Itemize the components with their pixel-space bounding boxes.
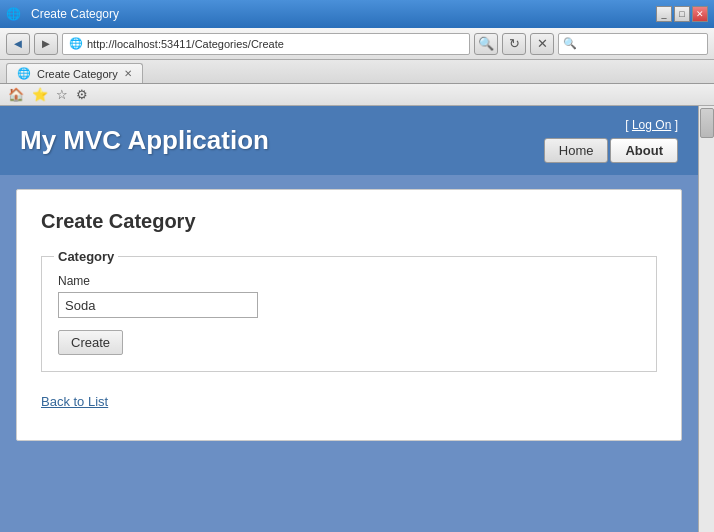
page-heading: Create Category	[41, 210, 657, 233]
address-text: http://localhost:53411/Categories/Create	[87, 38, 463, 50]
login-bracket-right: ]	[675, 118, 678, 132]
refresh-btn[interactable]: ↻	[502, 33, 526, 55]
bookmark-toolbar-icon[interactable]: ☆	[54, 87, 70, 102]
active-tab[interactable]: 🌐 Create Category ✕	[6, 63, 143, 83]
nav-bar: ◄ ► 🌐 http://localhost:53411/Categories/…	[0, 28, 714, 60]
home-nav-button[interactable]: Home	[544, 138, 609, 163]
minimize-btn[interactable]: _	[656, 6, 672, 22]
back-to-list-link[interactable]: Back to List	[41, 394, 108, 409]
log-on-link[interactable]: Log On	[632, 118, 671, 132]
tab-close-icon[interactable]: ✕	[124, 68, 132, 79]
home-toolbar-icon[interactable]: 🏠	[6, 87, 26, 102]
title-bar: 🌐 Create Category _ □ ✕	[0, 0, 714, 28]
browser-icon: 🌐	[6, 7, 21, 21]
header-right: [ Log On ] Home About	[544, 118, 678, 163]
create-button[interactable]: Create	[58, 330, 123, 355]
tab-bar: 🌐 Create Category ✕	[0, 60, 714, 84]
search-placeholder: 🔍	[563, 37, 577, 50]
about-nav-button[interactable]: About	[610, 138, 678, 163]
fieldset-legend: Category	[54, 249, 118, 264]
app-title: My MVC Application	[20, 125, 269, 156]
toolbar-bar: 🏠 ⭐ ☆ ⚙	[0, 84, 714, 106]
name-input[interactable]	[58, 292, 258, 318]
search-bar[interactable]: 🔍	[558, 33, 708, 55]
app-header: My MVC Application [ Log On ] Home About	[0, 106, 698, 175]
browser-title: Create Category	[31, 7, 119, 21]
maximize-btn[interactable]: □	[674, 6, 690, 22]
stop-btn[interactable]: ✕	[530, 33, 554, 55]
category-fieldset: Category Name Create	[41, 249, 657, 372]
main-content: Create Category Category Name Create Bac…	[16, 189, 682, 441]
settings-toolbar-icon[interactable]: ⚙	[74, 87, 90, 102]
close-btn[interactable]: ✕	[692, 6, 708, 22]
page-content: My MVC Application [ Log On ] Home About…	[0, 106, 698, 532]
scrollbar-thumb[interactable]	[700, 108, 714, 138]
back-button[interactable]: ◄	[6, 33, 30, 55]
star-toolbar-icon[interactable]: ⭐	[30, 87, 50, 102]
tab-icon: 🌐	[17, 67, 31, 80]
scrollbar[interactable]	[698, 106, 714, 532]
login-link[interactable]: [ Log On ]	[625, 118, 678, 132]
address-icon: 🌐	[69, 37, 83, 50]
search-btn[interactable]: 🔍	[474, 33, 498, 55]
name-label: Name	[58, 274, 640, 288]
forward-button[interactable]: ►	[34, 33, 58, 55]
page-wrapper: My MVC Application [ Log On ] Home About…	[0, 106, 714, 532]
nav-buttons: Home About	[544, 138, 678, 163]
login-bracket-left: [	[625, 118, 632, 132]
address-bar[interactable]: 🌐 http://localhost:53411/Categories/Crea…	[62, 33, 470, 55]
tab-label: Create Category	[37, 68, 118, 80]
